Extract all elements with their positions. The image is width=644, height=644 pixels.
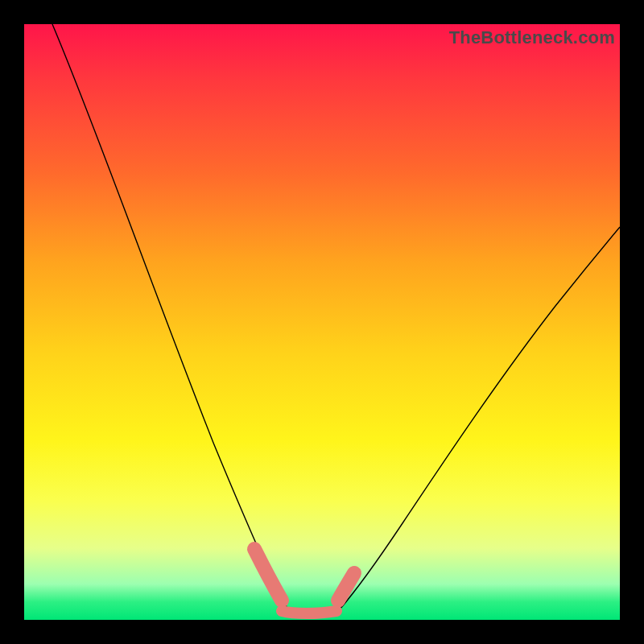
watermark-text: TheBottleneck.com (449, 27, 615, 48)
coral-marker-basin (282, 611, 336, 613)
coral-marker-right (338, 573, 354, 601)
right-curve (340, 227, 620, 609)
coral-marker-left (254, 549, 282, 601)
chart-frame: TheBottleneck.com (0, 0, 644, 644)
left-curve (52, 24, 288, 609)
chart-svg (24, 24, 620, 620)
